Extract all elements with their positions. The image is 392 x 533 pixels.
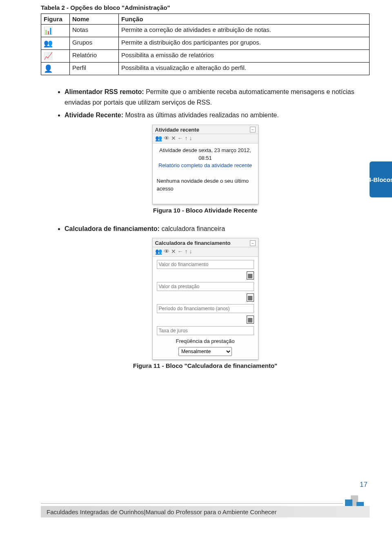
hide-icon[interactable]: 👁 — [164, 248, 171, 255]
table-row: 📈 Relatório Possibilita a emissão de rel… — [41, 50, 370, 63]
table-caption: Tabela 2 - Opções do bloco "Administraçã… — [41, 4, 370, 11]
row-funcao: Possibilita a visualização e alteração d… — [119, 63, 370, 75]
periodo-input[interactable] — [157, 304, 254, 313]
table-row: 👤 Perfil Possibilita a visualização e al… — [41, 63, 370, 75]
row-nome: Perfil — [70, 63, 119, 75]
footer-divider — [41, 503, 343, 504]
calculator-icon[interactable] — [247, 271, 254, 280]
groups-icon: 👥 — [44, 39, 53, 47]
assign-roles-icon[interactable]: 👥 — [155, 248, 164, 255]
row-funcao: Possibilita a emissão de relatórios — [119, 50, 370, 63]
row-nome: Notas — [70, 25, 119, 37]
admin-options-table: Figura Nome Função 📊 Notas Permite a cor… — [41, 13, 370, 75]
figure11-caption: Figura 11 - Bloco "Calculadora de financ… — [41, 362, 370, 369]
delete-icon[interactable]: ✕ — [171, 248, 178, 255]
footer-text: Faculdades Integradas de Ourinhos | Manu… — [41, 506, 370, 517]
grades-icon: 📊 — [44, 27, 53, 35]
valor-financiamento-input[interactable] — [157, 260, 254, 269]
frequencia-select[interactable]: Mensalmente — [178, 347, 232, 356]
rss-label: Alimentador RSS remoto: — [65, 88, 144, 95]
collapse-icon[interactable]: − — [250, 127, 256, 132]
row-funcao: Permite a correção de atividades e atrib… — [119, 25, 370, 37]
table-row: 📊 Notas Permite a correção de atividades… — [41, 25, 370, 37]
no-news-text: Nenhuma novidade desde o seu último aces… — [157, 177, 254, 193]
block-edit-icons[interactable]: 👥👁✕←↑↓ — [153, 134, 258, 143]
atividade-label: Atividade Recente: — [65, 112, 123, 119]
calc-label: Calculadora de financiamento: — [65, 225, 160, 232]
footer-left: Faculdades Integradas de Ourinhos — [47, 508, 144, 515]
move-left-icon[interactable]: ← — [178, 248, 185, 255]
list-item: Alimentador RSS remoto: Permite que o am… — [65, 87, 370, 107]
row-nome: Grupos — [70, 37, 119, 50]
hide-icon[interactable]: 👁 — [164, 135, 171, 141]
th-funcao: Função — [119, 14, 370, 25]
block-title: Atividade recente — [155, 127, 199, 133]
calculator-icon[interactable] — [247, 316, 254, 324]
table-row: 👥 Grupos Permite a distribuição dos part… — [41, 37, 370, 50]
assign-roles-icon[interactable]: 👥 — [155, 135, 164, 141]
calculator-icon[interactable] — [247, 293, 254, 302]
section-tab-blocos: 4-Blocos — [370, 161, 392, 197]
valor-prestacao-input[interactable] — [157, 282, 254, 291]
block-edit-icons[interactable]: 👥👁✕←↑↓ — [153, 247, 258, 257]
atividade-text: Mostra as últimas atividades realizadas … — [123, 112, 279, 119]
footer-right: Manual do Professor para o Ambiente Conh… — [145, 508, 276, 515]
collapse-icon[interactable]: − — [250, 240, 256, 246]
report-icon: 📈 — [44, 52, 53, 60]
frequencia-label: Freqüência da prestação — [157, 338, 254, 345]
move-up-icon[interactable]: ↑ — [185, 135, 189, 141]
list-item: Atividade Recente: Mostra as últimas ati… — [65, 110, 370, 121]
list-item: Calculadora de financiamento: calculador… — [65, 224, 370, 234]
row-funcao: Permite a distribuição dos participantes… — [119, 37, 370, 50]
page-number: 17 — [360, 481, 368, 489]
profile-icon: 👤 — [44, 65, 53, 73]
calc-text: calculadora financeira — [160, 225, 225, 232]
block-title: Calculadora de financiamento — [155, 240, 231, 246]
th-nome: Nome — [70, 14, 119, 25]
calculadora-block: Calculadora de financiamento − 👥👁✕←↑↓ Fr… — [152, 238, 258, 360]
row-nome: Relatório — [70, 50, 119, 63]
atividade-recente-block: Atividade recente − 👥👁✕←↑↓ Atividade des… — [152, 125, 258, 204]
taxa-juros-input[interactable] — [157, 326, 254, 335]
full-report-link[interactable]: Relatório completo da atividade recente — [157, 162, 254, 170]
move-down-icon[interactable]: ↓ — [189, 135, 194, 141]
move-left-icon[interactable]: ← — [178, 135, 185, 141]
move-up-icon[interactable]: ↑ — [185, 248, 189, 255]
th-figura: Figura — [41, 14, 70, 25]
move-down-icon[interactable]: ↓ — [189, 248, 194, 255]
delete-icon[interactable]: ✕ — [171, 135, 178, 141]
activity-since-text: Atividade desde sexta, 23 março 2012, 08… — [157, 147, 254, 162]
figure10-caption: Figura 10 - Bloco Atividade Recente — [41, 207, 370, 214]
